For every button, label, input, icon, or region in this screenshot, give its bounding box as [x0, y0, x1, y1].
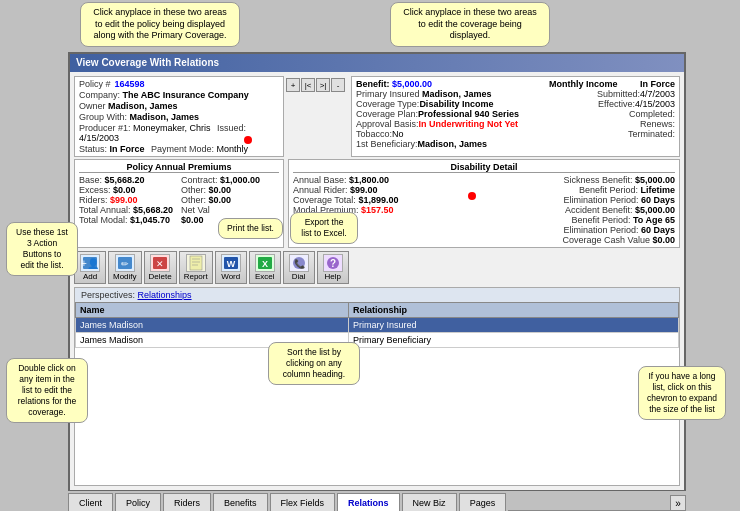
help-button[interactable]: ? Help [317, 251, 349, 284]
modify-icon: ✏ [115, 254, 135, 272]
nav-add-btn[interactable]: + [286, 78, 300, 92]
delete-button[interactable]: ✕ Delete [144, 251, 177, 284]
svg-text:✏: ✏ [121, 259, 129, 269]
svg-text:W: W [226, 259, 235, 269]
svg-text:+👤: +👤 [81, 257, 99, 270]
tab-riders[interactable]: Riders [163, 493, 211, 511]
list-item[interactable]: James MadisonPrimary Insured [76, 318, 679, 333]
tab-policy[interactable]: Policy [115, 493, 161, 511]
tooltip-actions: Use these 1st 3 Action Buttons to edit t… [6, 222, 78, 276]
dial-button[interactable]: 📞 Dial [283, 251, 315, 284]
modify-button[interactable]: ✏ Modify [108, 251, 142, 284]
relations-table: Name Relationship James MadisonPrimary I… [75, 302, 679, 348]
tooltip-sort: Sort the list by clicking on any column … [268, 342, 360, 385]
nav-last-btn[interactable]: >| [316, 78, 330, 92]
tab-benefits[interactable]: Benefits [213, 493, 268, 511]
tab-pages[interactable]: Pages [459, 493, 507, 511]
report-button[interactable]: Report [179, 251, 213, 284]
help-icon: ? [323, 254, 343, 272]
relationships-link[interactable]: Relationships [138, 290, 192, 300]
tab-relations[interactable]: Relations [337, 493, 400, 511]
tab-client[interactable]: Client [68, 493, 113, 511]
tab-flex-fields[interactable]: Flex Fields [270, 493, 336, 511]
excel-button[interactable]: X Excel [249, 251, 281, 284]
tooltip-print: Print the list. [218, 218, 283, 239]
column-name[interactable]: Name [76, 303, 349, 318]
word-icon: W [221, 254, 241, 272]
tooltip-export: Export the list to Excel. [290, 212, 358, 244]
dial-icon: 📞 [289, 254, 309, 272]
svg-text:?: ? [330, 258, 336, 269]
svg-text:📞: 📞 [293, 258, 305, 270]
tooltip-dblclick: Double click on any item in the list to … [6, 358, 88, 423]
nav-buttons: + |< >| - [286, 78, 345, 157]
indicator-dot-1 [244, 136, 252, 144]
list-item[interactable]: James MadisonPrimary Beneficiary [76, 333, 679, 348]
report-icon [186, 254, 206, 272]
indicator-dot-2 [468, 192, 476, 200]
benefit-panel[interactable]: Benefit: $5,000.00 Monthly Income In For… [351, 76, 680, 157]
tooltip-top-left: Click anyplace in these two areas to edi… [80, 2, 240, 47]
expand-chevron[interactable]: » [670, 495, 686, 511]
add-icon: +👤 [80, 254, 100, 272]
toolbar: +👤 Add ✏ Modify ✕ Delete Report [74, 251, 680, 284]
word-button[interactable]: W Word [215, 251, 247, 284]
main-window: View Coverage With Relations Policy # 16… [68, 52, 686, 492]
svg-text:X: X [262, 259, 268, 269]
add-button[interactable]: +👤 Add [74, 251, 106, 284]
excel-icon: X [255, 254, 275, 272]
svg-text:✕: ✕ [156, 259, 164, 269]
bottom-tabs: ClientPolicyRidersBenefitsFlex FieldsRel… [68, 491, 686, 511]
delete-icon: ✕ [150, 254, 170, 272]
column-relationship[interactable]: Relationship [349, 303, 679, 318]
tab-new-biz[interactable]: New Biz [402, 493, 457, 511]
policy-info-panel[interactable]: Policy # 164598 Company: The ABC Insuran… [74, 76, 284, 157]
window-titlebar: View Coverage With Relations [70, 54, 684, 72]
tooltip-chevron: If you have a long list, click on this c… [638, 366, 726, 420]
svg-rect-6 [190, 256, 202, 270]
perspectives-panel: Perspectives: Relationships Name Relatio… [74, 287, 680, 486]
tooltip-top-right: Click anyplace in these two areas to edi… [390, 2, 550, 47]
nav-remove-btn[interactable]: - [331, 78, 345, 92]
nav-first-btn[interactable]: |< [301, 78, 315, 92]
perspectives-header: Perspectives: Relationships [75, 288, 679, 302]
